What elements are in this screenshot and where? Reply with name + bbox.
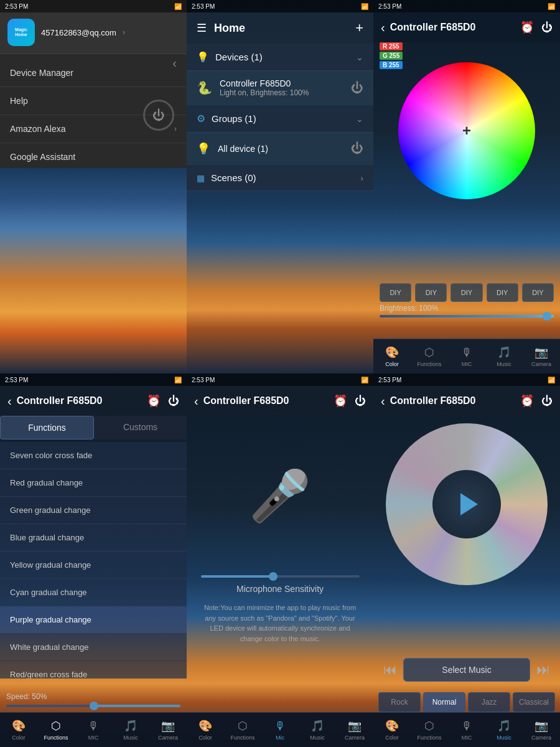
music-nav-music[interactable]: 🎵 Music [485,713,523,747]
func-item-4[interactable]: Yellow gradual change [0,552,187,579]
color-wheel[interactable]: + [398,62,535,199]
diy-btn-3[interactable]: DIY [450,283,482,302]
mic-nav-music[interactable]: 🎵 Music [299,713,336,747]
music-nav-camera[interactable]: 📷 Camera [523,713,560,747]
func-nav-mic[interactable]: 🎙 MIC [75,713,112,747]
func-item-7[interactable]: White gradual change [0,634,187,661]
brightness-slider[interactable] [380,315,554,317]
func-item-3[interactable]: Blue gradual change [0,524,187,552]
mic-ctrl-header: ‹ Controller F685D0 ⏰ ⏻ [187,386,373,416]
camera-nav-icon: 📷 [534,345,548,359]
groups-section-header[interactable]: ⚙ Groups (1) ⌄ [187,105,373,133]
func-item-8[interactable]: Red/green cross fade [0,661,187,679]
play-button[interactable] [460,493,478,515]
func-nav-camera[interactable]: 📷 Camera [149,713,187,747]
time-1: 2:53 PM [5,3,28,10]
mic-nav-camera[interactable]: 📷 Camera [336,713,373,747]
mic-back-button[interactable]: ‹ [194,394,198,408]
music-functions-label: Functions [417,735,441,741]
main-power-button[interactable]: ⏻ [143,100,174,131]
func-item-0[interactable]: Seven color cross fade [0,442,187,469]
func-alarm-icon[interactable]: ⏰ [147,394,161,408]
genre-classical[interactable]: Classical [513,692,555,712]
mic-music-icon: 🎵 [310,719,324,733]
mic-slider[interactable] [201,575,360,578]
groups-chevron: ⌄ [356,114,363,124]
func-ctrl-header: ‹ Controller F685D0 ⏰ ⏻ [0,386,187,416]
music-panel: 2:53 PM 📶 ‹ Controller F685D0 ⏰ ⏻ ⏮ Sele… [373,374,560,747]
color-back-button[interactable]: ‹ [381,21,385,35]
diy-btn-5[interactable]: DIY [522,283,554,302]
scenes-section-header[interactable]: ▦ Scenes (0) › [187,165,373,191]
sidebar-item-device-manager[interactable]: Device Manager [0,59,187,87]
device-item-controller[interactable]: 🐍 Controller F685D0 Light on, Brightness… [187,71,373,105]
rewind-button[interactable]: ⏮ [383,662,397,678]
music-nav-icon: 🎵 [497,345,511,359]
tab-functions[interactable]: Functions [0,416,94,439]
collapse-icon: ‹ [172,56,177,70]
func-item-1[interactable]: Red gradual change [0,469,187,497]
music-disc [386,423,548,585]
power-icon[interactable]: ⏻ [541,21,553,34]
diy-btn-1[interactable]: DIY [380,283,411,302]
func-item-5[interactable]: Cyan gradual change [0,579,187,606]
select-music-button[interactable]: Select Music [403,658,530,682]
scenes-chevron: › [360,173,363,183]
nav-functions[interactable]: ⬡ Functions [411,339,448,374]
sidebar-item-google[interactable]: Google Assistant [0,143,187,171]
func-camera-label: Camera [158,735,178,741]
all-device-power-button[interactable]: ⏻ [351,141,363,156]
home-sections: 💡 Devices (1) ⌄ 🐍 Controller F685D0 Ligh… [187,44,373,191]
help-label: Help [10,96,28,106]
func-back-button[interactable]: ‹ [7,394,12,408]
devices-section-header[interactable]: 💡 Devices (1) ⌄ [187,44,373,71]
music-disc-container[interactable] [386,423,548,585]
func-nav-functions[interactable]: ⬡ Functions [37,713,75,747]
nav-mic[interactable]: 🎙 MIC [448,339,485,374]
all-device-item[interactable]: 💡 All device (1) ⏻ [187,133,373,165]
alarm-icon[interactable]: ⏰ [520,21,534,34]
mic-nav-functions[interactable]: ⬡ Functions [224,713,261,747]
music-alarm-icon[interactable]: ⏰ [520,394,534,408]
microphone-icon[interactable]: 🎤 [249,467,311,525]
func-power-icon[interactable]: ⏻ [168,395,179,408]
func-nav-color[interactable]: 🎨 Color [0,713,37,747]
hamburger-menu[interactable]: ☰ [197,21,207,35]
status-bar-6: 2:53 PM 📶 [373,374,560,386]
tab-customs[interactable]: Customs [94,416,187,439]
genre-normal[interactable]: Normal [423,692,465,712]
color-wheel-container[interactable]: + [398,62,535,199]
speed-slider[interactable] [6,705,180,707]
nav-camera[interactable]: 📷 Camera [523,339,560,374]
diy-btn-4[interactable]: DIY [487,283,518,302]
devices-chevron: ⌄ [356,52,363,62]
diy-btn-2[interactable]: DIY [415,283,447,302]
fast-forward-button[interactable]: ⏭ [536,662,550,678]
mic-alarm-icon[interactable]: ⏰ [334,394,347,408]
music-nav-color[interactable]: 🎨 Color [373,713,411,747]
genre-jazz[interactable]: Jazz [468,692,510,712]
func-item-2[interactable]: Green gradual change [0,497,187,524]
mic-nav-color[interactable]: 🎨 Color [187,713,224,747]
status-icons-2: 📶 [361,3,368,10]
nav-color[interactable]: 🎨 Color [373,339,411,374]
brightness-label: Brightness: 100% [380,304,554,312]
music-nav-mic[interactable]: 🎙 MIC [448,713,485,747]
mic-power-icon[interactable]: ⏻ [355,395,366,408]
mic-nav-mic[interactable]: 🎙 Mic [261,713,299,747]
mic-ctrl-icons: ⏰ ⏻ [334,394,366,408]
sidebar-panel: 2:53 PM 📶 MagicHome 457162863@qq.com › D… [0,0,187,374]
device-power-button[interactable]: ⏻ [351,81,363,95]
home-panel: 2:53 PM 📶 ☰ Home + 💡 Devices (1) ⌄ 🐍 Con… [187,0,373,374]
music-nav-functions[interactable]: ⬡ Functions [411,713,448,747]
nav-music[interactable]: 🎵 Music [485,339,523,374]
func-item-6[interactable]: Purple gradual change [0,606,187,634]
music-bottom-nav: 🎨 Color ⬡ Functions 🎙 MIC 🎵 Music 📷 Came… [373,712,560,747]
home-add-button[interactable]: + [355,20,363,36]
g-badge: G 255 [380,52,403,60]
collapse-arrow[interactable]: ‹ [172,56,177,70]
music-back-button[interactable]: ‹ [381,394,385,408]
music-power-icon[interactable]: ⏻ [541,395,553,408]
func-nav-music[interactable]: 🎵 Music [112,713,149,747]
genre-rock[interactable]: Rock [378,692,421,712]
